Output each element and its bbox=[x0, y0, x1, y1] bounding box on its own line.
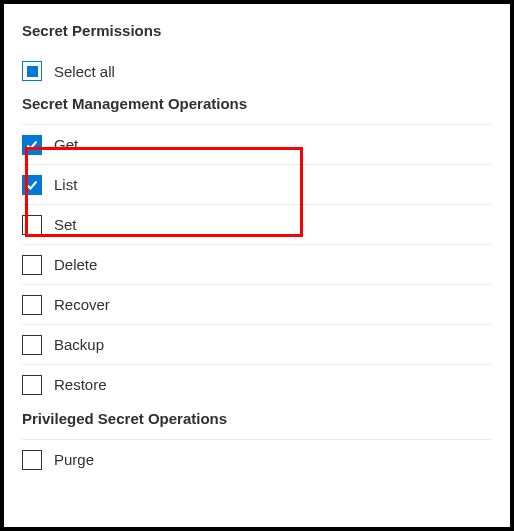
checkbox-label: Delete bbox=[54, 256, 97, 273]
checkbox-label: Get bbox=[54, 136, 78, 153]
panel-title: Secret Permissions bbox=[22, 22, 492, 39]
checkbox-label: Restore bbox=[54, 376, 107, 393]
checkbox-backup[interactable] bbox=[22, 335, 42, 355]
checkbox-delete[interactable] bbox=[22, 255, 42, 275]
checkbox-label: List bbox=[54, 176, 77, 193]
checkbox-label: Purge bbox=[54, 451, 94, 468]
checkbox-recover[interactable] bbox=[22, 295, 42, 315]
checkbox-label: Recover bbox=[54, 296, 110, 313]
section-title-management: Secret Management Operations bbox=[22, 95, 492, 112]
checkmark-icon bbox=[25, 178, 39, 192]
checkbox-label: Set bbox=[54, 216, 77, 233]
indeterminate-icon bbox=[27, 66, 38, 77]
checkbox-label: Backup bbox=[54, 336, 104, 353]
checkbox-purge[interactable] bbox=[22, 450, 42, 470]
checkbox-get[interactable] bbox=[22, 135, 42, 155]
checkbox-list[interactable] bbox=[22, 175, 42, 195]
checkmark-icon bbox=[25, 138, 39, 152]
select-all-checkbox[interactable] bbox=[22, 61, 42, 81]
checkbox-restore[interactable] bbox=[22, 375, 42, 395]
select-all-label: Select all bbox=[54, 63, 115, 80]
section-title-privileged: Privileged Secret Operations bbox=[22, 410, 492, 427]
checkbox-set[interactable] bbox=[22, 215, 42, 235]
